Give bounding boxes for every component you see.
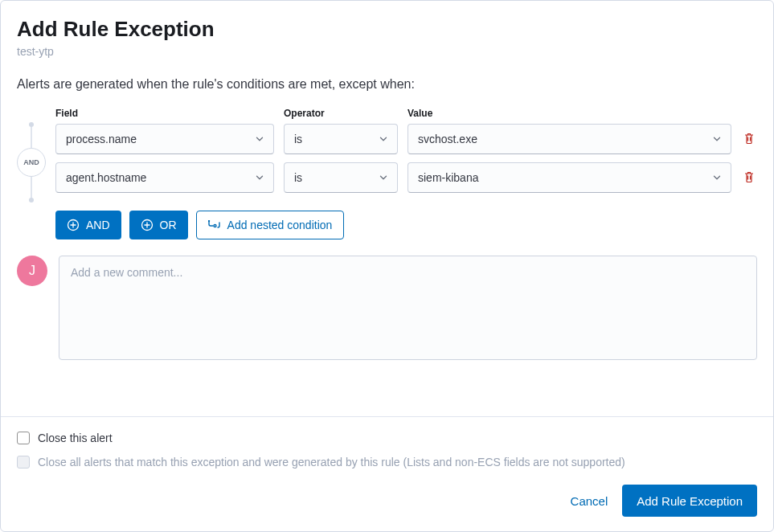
close-all-alerts-label: Close all alerts that match this excepti…: [38, 456, 625, 469]
plus-circle-icon: [67, 219, 80, 231]
comment-section: J: [17, 256, 757, 360]
modal-title: Add Rule Exception: [17, 17, 757, 42]
and-connector: AND: [17, 108, 46, 201]
operator-select[interactable]: is: [284, 162, 398, 193]
chevron-down-icon: [254, 133, 265, 145]
close-alert-row: Close this alert: [17, 432, 757, 444]
value-column-header: Value: [407, 108, 731, 119]
footer-actions: Cancel Add Rule Exception: [17, 485, 757, 517]
trash-icon: [743, 132, 756, 147]
add-nested-condition-button[interactable]: Add nested condition: [196, 211, 345, 239]
connector-dot-icon: [29, 122, 34, 127]
operator-select-value: is: [294, 171, 302, 184]
condition-row: agent.hostname is siem-kibana: [55, 162, 757, 193]
svg-point-2: [208, 221, 209, 222]
avatar: J: [17, 256, 47, 286]
plus-circle-icon: [141, 219, 154, 231]
field-select[interactable]: process.name: [55, 124, 274, 154]
delete-condition-button[interactable]: [741, 131, 757, 147]
add-rule-exception-modal: Add Rule Exception test-ytp Alerts are g…: [0, 0, 774, 532]
cancel-button[interactable]: Cancel: [571, 494, 608, 508]
field-column-header: Field: [55, 108, 274, 119]
chevron-down-icon: [711, 133, 723, 145]
svg-point-3: [214, 225, 216, 227]
add-and-button[interactable]: AND: [55, 211, 121, 239]
submit-button[interactable]: Add Rule Exception: [622, 485, 757, 517]
delete-condition-button[interactable]: [741, 170, 757, 186]
close-all-alerts-checkbox: [17, 456, 30, 469]
chevron-down-icon: [254, 172, 265, 183]
conditions-wrapper: AND Field Operator Value process.name: [17, 108, 757, 201]
nested-icon: [208, 220, 221, 230]
conditions-grid: Field Operator Value process.name is: [55, 108, 757, 201]
condition-action-buttons: AND OR Add nested condition: [55, 211, 757, 239]
chevron-down-icon: [378, 133, 389, 145]
field-select-value: process.name: [66, 133, 137, 145]
comment-input[interactable]: [59, 256, 757, 360]
chevron-down-icon: [711, 172, 723, 183]
and-button-label: AND: [86, 219, 110, 231]
condition-row: process.name is svchost.exe: [55, 124, 757, 154]
nested-button-label: Add nested condition: [227, 219, 333, 231]
modal-footer: Close this alert Close all alerts that m…: [1, 416, 773, 531]
close-alert-checkbox[interactable]: [17, 432, 30, 444]
connector-dot-icon: [29, 198, 34, 203]
trash-icon: [743, 170, 756, 186]
operator-select[interactable]: is: [284, 124, 398, 154]
column-headers: Field Operator Value: [55, 108, 757, 119]
operator-select-value: is: [294, 133, 302, 145]
add-or-button[interactable]: OR: [129, 211, 188, 239]
value-select-value: siem-kibana: [418, 171, 478, 184]
operator-column-header: Operator: [284, 108, 398, 119]
modal-body: Add Rule Exception test-ytp Alerts are g…: [1, 1, 773, 416]
conditions-description: Alerts are generated when the rule's con…: [17, 77, 757, 92]
value-select-value: svchost.exe: [418, 133, 477, 145]
rule-name-subtitle: test-ytp: [17, 45, 757, 58]
chevron-down-icon: [378, 172, 389, 183]
and-badge: AND: [17, 148, 46, 177]
value-select[interactable]: svchost.exe: [407, 124, 731, 154]
field-select-value: agent.hostname: [66, 171, 146, 184]
close-all-alerts-row: Close all alerts that match this excepti…: [17, 456, 757, 469]
value-select[interactable]: siem-kibana: [407, 162, 731, 193]
or-button-label: OR: [160, 219, 177, 231]
close-alert-label: Close this alert: [38, 432, 113, 444]
field-select[interactable]: agent.hostname: [55, 162, 274, 193]
